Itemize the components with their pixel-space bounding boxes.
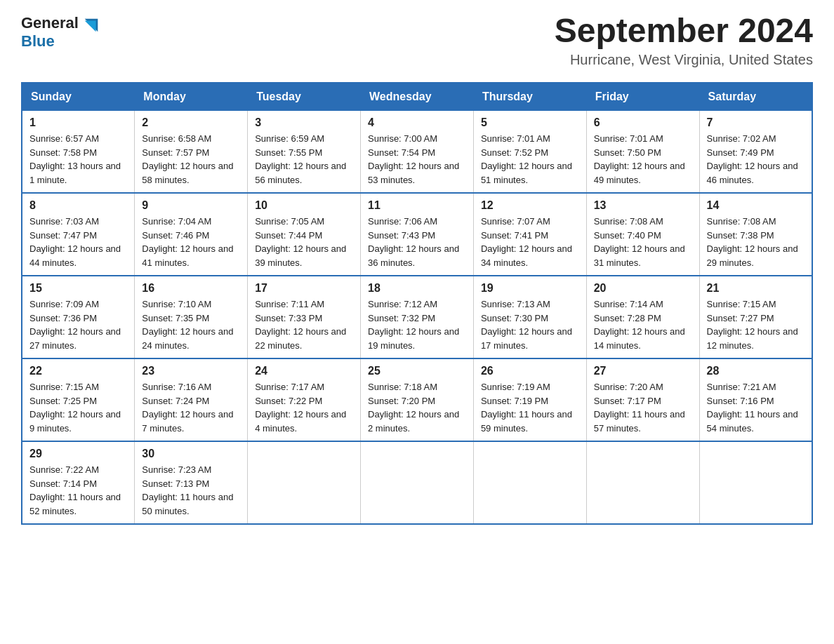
day-info: Sunrise: 6:59 AMSunset: 7:55 PMDaylight:… [255, 133, 346, 185]
calendar-body: 1 Sunrise: 6:57 AMSunset: 7:58 PMDayligh… [22, 111, 812, 525]
table-row: 16 Sunrise: 7:10 AMSunset: 7:35 PMDaylig… [135, 276, 248, 358]
table-row: 3 Sunrise: 6:59 AMSunset: 7:55 PMDayligh… [248, 111, 361, 194]
day-info: Sunrise: 7:01 AMSunset: 7:52 PMDaylight:… [481, 133, 572, 185]
table-row: 14 Sunrise: 7:08 AMSunset: 7:38 PMDaylig… [699, 193, 812, 276]
table-row: 6 Sunrise: 7:01 AMSunset: 7:50 PMDayligh… [586, 111, 699, 194]
col-saturday: Saturday [699, 83, 812, 111]
table-row: 22 Sunrise: 7:15 AMSunset: 7:25 PMDaylig… [22, 358, 135, 441]
day-info: Sunrise: 7:04 AMSunset: 7:46 PMDaylight:… [142, 216, 233, 268]
day-info: Sunrise: 7:11 AMSunset: 7:33 PMDaylight:… [255, 299, 346, 351]
calendar-week-1: 1 Sunrise: 6:57 AMSunset: 7:58 PMDayligh… [22, 111, 812, 194]
day-info: Sunrise: 7:08 AMSunset: 7:38 PMDaylight:… [707, 216, 798, 268]
logo-icon [81, 15, 101, 35]
day-number: 22 [29, 365, 127, 377]
calendar-table: Sunday Monday Tuesday Wednesday Thursday… [21, 82, 813, 525]
table-row: 8 Sunrise: 7:03 AMSunset: 7:47 PMDayligh… [22, 193, 135, 276]
location-text: Hurricane, West Virginia, United States [555, 52, 813, 68]
day-info: Sunrise: 7:12 AMSunset: 7:32 PMDaylight:… [368, 299, 459, 351]
day-number: 2 [142, 116, 240, 129]
day-info: Sunrise: 7:20 AMSunset: 7:17 PMDaylight:… [594, 382, 685, 434]
day-info: Sunrise: 7:05 AMSunset: 7:44 PMDaylight:… [255, 216, 346, 268]
day-info: Sunrise: 7:09 AMSunset: 7:36 PMDaylight:… [29, 299, 121, 351]
day-info: Sunrise: 7:17 AMSunset: 7:22 PMDaylight:… [255, 382, 346, 434]
day-number: 7 [707, 116, 805, 129]
day-info: Sunrise: 7:18 AMSunset: 7:20 PMDaylight:… [368, 382, 459, 434]
table-row: 13 Sunrise: 7:08 AMSunset: 7:40 PMDaylig… [586, 193, 699, 276]
table-row: 1 Sunrise: 6:57 AMSunset: 7:58 PMDayligh… [22, 111, 135, 194]
day-info: Sunrise: 7:01 AMSunset: 7:50 PMDaylight:… [594, 133, 685, 185]
day-number: 23 [142, 365, 240, 377]
table-row: 26 Sunrise: 7:19 AMSunset: 7:19 PMDaylig… [473, 358, 586, 441]
title-block: September 2024 Hurricane, West Virginia,… [555, 14, 813, 68]
col-tuesday: Tuesday [248, 83, 361, 111]
day-info: Sunrise: 7:22 AMSunset: 7:14 PMDaylight:… [29, 464, 121, 516]
table-row: 24 Sunrise: 7:17 AMSunset: 7:22 PMDaylig… [248, 358, 361, 441]
calendar-header-row: Sunday Monday Tuesday Wednesday Thursday… [22, 83, 812, 111]
table-row: 2 Sunrise: 6:58 AMSunset: 7:57 PMDayligh… [135, 111, 248, 194]
table-row [248, 441, 361, 524]
day-number: 14 [707, 199, 805, 212]
table-row: 9 Sunrise: 7:04 AMSunset: 7:46 PMDayligh… [135, 193, 248, 276]
svg-marker-1 [85, 20, 96, 32]
day-number: 4 [368, 116, 466, 129]
table-row [361, 441, 474, 524]
table-row: 17 Sunrise: 7:11 AMSunset: 7:33 PMDaylig… [248, 276, 361, 358]
table-row: 27 Sunrise: 7:20 AMSunset: 7:17 PMDaylig… [586, 358, 699, 441]
day-number: 8 [29, 199, 127, 212]
day-info: Sunrise: 7:08 AMSunset: 7:40 PMDaylight:… [594, 216, 685, 268]
day-info: Sunrise: 7:19 AMSunset: 7:19 PMDaylight:… [481, 382, 572, 434]
table-row: 25 Sunrise: 7:18 AMSunset: 7:20 PMDaylig… [361, 358, 474, 441]
day-info: Sunrise: 7:14 AMSunset: 7:28 PMDaylight:… [594, 299, 685, 351]
day-info: Sunrise: 7:15 AMSunset: 7:27 PMDaylight:… [707, 299, 798, 351]
day-number: 26 [481, 365, 579, 377]
calendar-week-4: 22 Sunrise: 7:15 AMSunset: 7:25 PMDaylig… [22, 358, 812, 441]
page-header: General Blue September 2024 Hurricane, W… [21, 14, 813, 68]
day-info: Sunrise: 6:58 AMSunset: 7:57 PMDaylight:… [142, 133, 233, 185]
table-row: 12 Sunrise: 7:07 AMSunset: 7:41 PMDaylig… [473, 193, 586, 276]
table-row [699, 441, 812, 524]
table-row: 23 Sunrise: 7:16 AMSunset: 7:24 PMDaylig… [135, 358, 248, 441]
day-number: 29 [29, 448, 127, 460]
day-info: Sunrise: 7:16 AMSunset: 7:24 PMDaylight:… [142, 382, 233, 434]
day-info: Sunrise: 7:07 AMSunset: 7:41 PMDaylight:… [481, 216, 572, 268]
table-row: 4 Sunrise: 7:00 AMSunset: 7:54 PMDayligh… [361, 111, 474, 194]
calendar-week-5: 29 Sunrise: 7:22 AMSunset: 7:14 PMDaylig… [22, 441, 812, 524]
logo-general-text: General [21, 14, 79, 32]
calendar-week-2: 8 Sunrise: 7:03 AMSunset: 7:47 PMDayligh… [22, 193, 812, 276]
day-number: 19 [481, 282, 579, 295]
day-number: 18 [368, 282, 466, 295]
day-number: 17 [255, 282, 353, 295]
day-number: 10 [255, 199, 353, 212]
table-row: 28 Sunrise: 7:21 AMSunset: 7:16 PMDaylig… [699, 358, 812, 441]
day-info: Sunrise: 7:23 AMSunset: 7:13 PMDaylight:… [142, 464, 233, 516]
day-number: 11 [368, 199, 466, 212]
table-row: 20 Sunrise: 7:14 AMSunset: 7:28 PMDaylig… [586, 276, 699, 358]
col-thursday: Thursday [473, 83, 586, 111]
day-info: Sunrise: 7:13 AMSunset: 7:30 PMDaylight:… [481, 299, 572, 351]
col-sunday: Sunday [22, 83, 135, 111]
table-row [473, 441, 586, 524]
day-number: 9 [142, 199, 240, 212]
day-info: Sunrise: 7:00 AMSunset: 7:54 PMDaylight:… [368, 133, 459, 185]
day-number: 24 [255, 365, 353, 377]
table-row: 5 Sunrise: 7:01 AMSunset: 7:52 PMDayligh… [473, 111, 586, 194]
day-number: 27 [594, 365, 692, 377]
day-number: 20 [594, 282, 692, 295]
table-row: 7 Sunrise: 7:02 AMSunset: 7:49 PMDayligh… [699, 111, 812, 194]
table-row: 15 Sunrise: 7:09 AMSunset: 7:36 PMDaylig… [22, 276, 135, 358]
day-info: Sunrise: 7:06 AMSunset: 7:43 PMDaylight:… [368, 216, 459, 268]
day-number: 25 [368, 365, 466, 377]
day-number: 21 [707, 282, 805, 295]
day-number: 13 [594, 199, 692, 212]
day-number: 28 [707, 365, 805, 377]
col-friday: Friday [586, 83, 699, 111]
day-number: 12 [481, 199, 579, 212]
month-title: September 2024 [555, 14, 813, 48]
logo: General Blue [21, 14, 101, 51]
table-row: 29 Sunrise: 7:22 AMSunset: 7:14 PMDaylig… [22, 441, 135, 524]
day-info: Sunrise: 7:21 AMSunset: 7:16 PMDaylight:… [707, 382, 798, 434]
table-row: 21 Sunrise: 7:15 AMSunset: 7:27 PMDaylig… [699, 276, 812, 358]
day-number: 6 [594, 116, 692, 129]
day-number: 15 [29, 282, 127, 295]
table-row [586, 441, 699, 524]
